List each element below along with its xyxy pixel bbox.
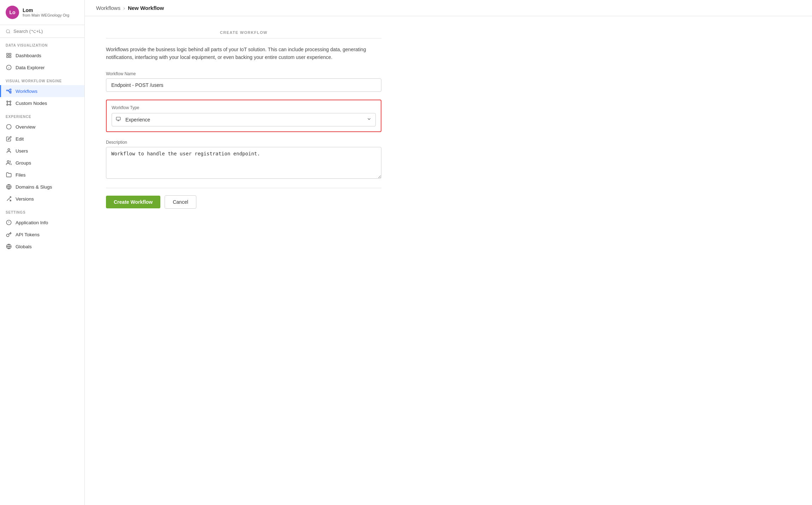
sidebar-item-label: Data Explorer bbox=[16, 65, 45, 70]
grid-icon bbox=[6, 52, 12, 59]
main-content: Workflows › New Workflow CREATE WORKFLOW… bbox=[85, 0, 812, 505]
svg-rect-4 bbox=[7, 56, 8, 58]
sidebar-item-label: Files bbox=[16, 172, 26, 178]
app-info-icon bbox=[6, 219, 12, 226]
sidebar-item-domains-slugs[interactable]: Domains & Slugs bbox=[0, 181, 84, 193]
user-icon bbox=[6, 148, 12, 154]
sidebar-item-data-explorer[interactable]: Data Explorer bbox=[0, 61, 84, 73]
workflow-type-container: Workflow Type Cloud Edge Experience Cust… bbox=[106, 100, 381, 132]
circle-i-icon bbox=[6, 64, 12, 71]
description-label: Description bbox=[106, 140, 381, 145]
versions-icon bbox=[6, 196, 12, 202]
sidebar-item-label: Custom Nodes bbox=[16, 101, 47, 106]
sidebar-item-label: Workflows bbox=[16, 89, 37, 94]
sidebar-item-label: Application Info bbox=[16, 220, 48, 225]
svg-rect-12 bbox=[10, 92, 11, 93]
sidebar-item-api-tokens[interactable]: API Tokens bbox=[0, 228, 84, 240]
sidebar-item-overview[interactable]: Overview bbox=[0, 121, 84, 133]
edit-icon bbox=[6, 136, 12, 142]
svg-point-26 bbox=[7, 161, 9, 162]
globe-icon bbox=[6, 184, 12, 190]
svg-point-0 bbox=[6, 29, 10, 32]
svg-point-24 bbox=[6, 124, 11, 129]
svg-rect-19 bbox=[10, 104, 11, 105]
svg-rect-18 bbox=[7, 104, 8, 105]
sidebar-header: Lo Lom from Main WEGnology Org bbox=[0, 0, 84, 25]
breadcrumb: Workflows › New Workflow bbox=[96, 5, 164, 11]
sidebar-item-label: Users bbox=[16, 148, 28, 154]
sidebar-item-label: Dashboards bbox=[16, 53, 41, 58]
workflow-type-select-wrapper: Cloud Edge Experience Custom bbox=[112, 113, 376, 126]
svg-rect-11 bbox=[10, 91, 11, 92]
sidebar-item-application-info[interactable]: Application Info bbox=[0, 216, 84, 228]
svg-rect-17 bbox=[10, 101, 11, 102]
svg-point-25 bbox=[8, 149, 10, 150]
search-bar[interactable] bbox=[0, 25, 84, 38]
svg-rect-3 bbox=[9, 53, 11, 55]
section-label-workflow-engine: Visual Workflow Engine bbox=[0, 73, 84, 85]
folder-icon bbox=[6, 172, 12, 178]
svg-rect-9 bbox=[6, 90, 8, 91]
user-info: Lom from Main WEGnology Org bbox=[23, 7, 69, 17]
workflow-name-label: Workflow Name bbox=[106, 71, 381, 76]
sidebar-item-label: API Tokens bbox=[16, 232, 40, 237]
sidebar-item-label: Edit bbox=[16, 136, 24, 142]
svg-rect-5 bbox=[9, 56, 11, 58]
user-org: from Main WEGnology Org bbox=[23, 13, 69, 17]
breadcrumb-separator: › bbox=[123, 5, 125, 11]
sidebar: Lo Lom from Main WEGnology Org Data Visu… bbox=[0, 0, 85, 505]
svg-line-13 bbox=[8, 89, 10, 90]
form-content-area: CREATE WORKFLOW Workflows provide the bu… bbox=[85, 16, 403, 505]
sidebar-item-globals[interactable]: Globals bbox=[0, 240, 84, 252]
search-icon bbox=[6, 29, 11, 34]
workflow-icon bbox=[6, 88, 12, 94]
sidebar-item-custom-nodes[interactable]: Custom Nodes bbox=[0, 97, 84, 109]
sidebar-item-versions[interactable]: Versions bbox=[0, 193, 84, 205]
groups-icon bbox=[6, 160, 12, 166]
circle-icon bbox=[6, 124, 12, 130]
globals-icon bbox=[6, 243, 12, 250]
sidebar-item-workflows[interactable]: Workflows bbox=[0, 85, 84, 97]
sidebar-item-label: Domains & Slugs bbox=[16, 184, 52, 190]
breadcrumb-workflows-link[interactable]: Workflows bbox=[96, 5, 120, 11]
sidebar-item-label: Globals bbox=[16, 244, 32, 249]
custom-nodes-icon bbox=[6, 100, 12, 106]
user-name: Lom bbox=[23, 7, 69, 13]
section-label-settings: Settings bbox=[0, 205, 84, 216]
section-label-experience: Experience bbox=[0, 109, 84, 121]
sidebar-item-files[interactable]: Files bbox=[0, 169, 84, 181]
description-field: Description Workflow to handle the user … bbox=[106, 140, 381, 180]
topbar: Workflows › New Workflow bbox=[85, 0, 812, 16]
svg-rect-16 bbox=[7, 101, 8, 102]
sidebar-item-edit[interactable]: Edit bbox=[0, 133, 84, 145]
avatar: Lo bbox=[6, 6, 19, 19]
workflow-name-input[interactable] bbox=[106, 78, 381, 92]
breadcrumb-current: New Workflow bbox=[128, 5, 164, 11]
api-tokens-icon bbox=[6, 231, 12, 238]
form-description: Workflows provide the business logic beh… bbox=[106, 46, 381, 61]
description-textarea[interactable]: Workflow to handle the user registration… bbox=[106, 147, 381, 179]
sidebar-item-users[interactable]: Users bbox=[0, 145, 84, 157]
svg-rect-10 bbox=[10, 89, 11, 90]
workflow-type-label: Workflow Type bbox=[112, 105, 376, 110]
sidebar-item-label: Versions bbox=[16, 196, 34, 202]
create-workflow-button[interactable]: Create Workflow bbox=[106, 196, 160, 208]
section-label-data-viz: Data Visualization bbox=[0, 38, 84, 49]
sidebar-item-label: Overview bbox=[16, 124, 35, 130]
svg-line-1 bbox=[9, 32, 10, 33]
sidebar-item-label: Groups bbox=[16, 160, 31, 166]
sidebar-item-dashboards[interactable]: Dashboards bbox=[0, 49, 84, 61]
form-section-title: CREATE WORKFLOW bbox=[106, 30, 381, 38]
svg-rect-2 bbox=[7, 53, 8, 55]
workflow-name-field: Workflow Name bbox=[106, 71, 381, 92]
form-actions: Create Workflow Cancel bbox=[106, 188, 381, 216]
workflow-type-select[interactable]: Cloud Edge Experience Custom bbox=[112, 113, 376, 126]
sidebar-item-groups[interactable]: Groups bbox=[0, 157, 84, 169]
cancel-button[interactable]: Cancel bbox=[165, 195, 196, 209]
search-input[interactable] bbox=[13, 29, 79, 34]
